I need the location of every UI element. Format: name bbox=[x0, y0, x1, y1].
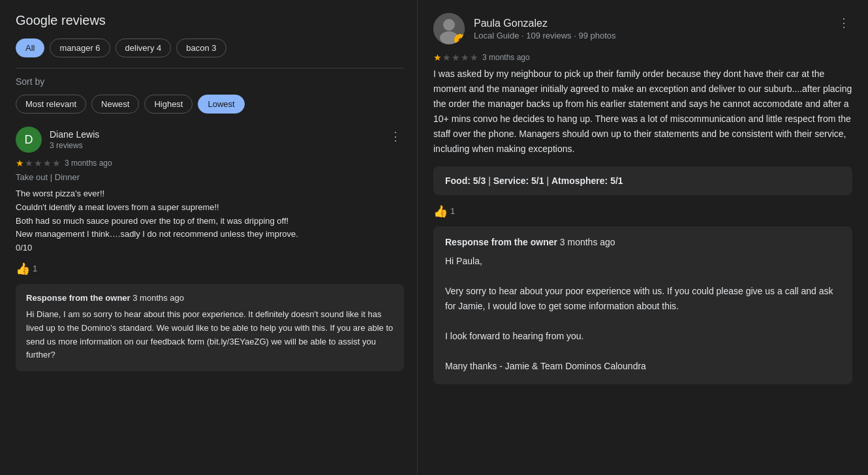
separator-1: | bbox=[488, 176, 493, 186]
right-review-text: I was asked by my neighbour to pick up t… bbox=[433, 67, 852, 157]
right-star-1: ★ bbox=[433, 52, 442, 63]
review-text: The worst pizza's ever!! Couldn't identi… bbox=[16, 187, 404, 255]
owner-response-time: 3 months ago bbox=[132, 293, 184, 303]
sort-most-relevant[interactable]: Most relevant bbox=[16, 95, 86, 114]
star-2: ★ bbox=[25, 158, 33, 168]
like-button[interactable]: 👍 1 bbox=[16, 262, 37, 276]
right-stars-row: ★ ★ ★ ★ ★ 3 months ago bbox=[433, 52, 852, 63]
sort-label: Sort by bbox=[16, 76, 404, 87]
owner-response-label: Response from the owner bbox=[26, 293, 131, 303]
sort-highest[interactable]: Highest bbox=[144, 95, 193, 114]
panel-title: Google reviews bbox=[16, 13, 404, 28]
star-1: ★ bbox=[16, 158, 24, 168]
right-reviewer-header: ✦ Paula Gonzalez Local Guide · 109 revie… bbox=[433, 13, 852, 44]
right-owner-response-header: Response from the owner 3 months ago bbox=[445, 237, 841, 247]
avatar: D bbox=[16, 127, 42, 153]
reviewer-header: D Diane Lewis 3 reviews ⋮ bbox=[16, 127, 404, 153]
star-5: ★ bbox=[52, 158, 61, 168]
more-options-icon[interactable]: ⋮ bbox=[387, 127, 404, 146]
meal-type: Take out | Dinner bbox=[16, 172, 404, 182]
time-ago: 3 months ago bbox=[65, 159, 112, 168]
star-4: ★ bbox=[43, 158, 52, 168]
sort-chips: Most relevant Newest Highest Lowest bbox=[16, 95, 404, 114]
right-reviewer-details: Paula Gonzalez Local Guide · 109 reviews… bbox=[474, 18, 616, 40]
like-row: 👍 1 bbox=[16, 262, 404, 276]
right-owner-response-label: Response from the owner bbox=[445, 237, 557, 247]
score-service: Service: 5/1 bbox=[493, 176, 544, 186]
right-owner-greeting: Hi Paula, bbox=[445, 254, 841, 269]
right-star-3: ★ bbox=[452, 52, 460, 63]
right-owner-closing: I look forward to hearing from you. bbox=[445, 329, 841, 344]
right-reviewer-info: ✦ Paula Gonzalez Local Guide · 109 revie… bbox=[433, 13, 616, 44]
right-star-5: ★ bbox=[470, 52, 478, 63]
stars: ★ ★ ★ ★ ★ bbox=[16, 158, 61, 168]
right-stars: ★ ★ ★ ★ ★ bbox=[433, 52, 478, 63]
review-card: D Diane Lewis 3 reviews ⋮ ★ ★ ★ ★ ★ 3 mo… bbox=[16, 127, 404, 371]
sort-lowest[interactable]: Lowest bbox=[198, 95, 244, 114]
right-star-4: ★ bbox=[461, 52, 469, 63]
sort-newest[interactable]: Newest bbox=[91, 95, 139, 114]
stars-row: ★ ★ ★ ★ ★ 3 months ago bbox=[16, 158, 404, 168]
filter-chip-manager[interactable]: manager 6 bbox=[50, 38, 110, 57]
right-owner-response: Response from the owner 3 months ago Hi … bbox=[433, 226, 852, 385]
right-scores-row: Food: 5/3 | Service: 5/1 | Atmosphere: 5… bbox=[433, 166, 852, 195]
right-owner-response-text: Hi Paula, Very sorry to hear about your … bbox=[445, 254, 841, 375]
filter-chips: All manager 6 delivery 4 bacon 3 bbox=[16, 38, 404, 57]
reviewer-name: Diane Lewis bbox=[50, 129, 99, 140]
score-food: Food: 5/3 bbox=[445, 176, 486, 186]
thumbs-up-icon: 👍 bbox=[16, 262, 30, 276]
right-thumbs-up-icon: 👍 bbox=[433, 204, 448, 219]
owner-response-header: Response from the owner 3 months ago bbox=[26, 293, 394, 303]
right-owner-body: Very sorry to hear about your poor exper… bbox=[445, 284, 841, 314]
reviewer-info: D Diane Lewis 3 reviews bbox=[16, 127, 99, 153]
right-time-ago: 3 months ago bbox=[482, 53, 530, 62]
filter-chip-all[interactable]: All bbox=[16, 38, 44, 57]
right-like-count: 1 bbox=[450, 206, 455, 216]
local-guide-badge: ✦ bbox=[454, 34, 465, 44]
right-like-button[interactable]: 👍 1 bbox=[433, 204, 455, 219]
right-like-row: 👍 1 bbox=[433, 204, 852, 219]
filter-chip-delivery[interactable]: delivery 4 bbox=[116, 38, 172, 57]
right-star-2: ★ bbox=[442, 52, 451, 63]
right-avatar: ✦ bbox=[433, 13, 465, 44]
right-panel: ✦ Paula Gonzalez Local Guide · 109 revie… bbox=[418, 0, 868, 475]
svg-point-1 bbox=[443, 19, 455, 31]
like-count: 1 bbox=[33, 264, 37, 273]
right-owner-signature: Many thanks - Jamie & Team Dominos Calou… bbox=[445, 359, 841, 374]
right-reviewer-name: Paula Gonzalez bbox=[474, 18, 616, 29]
left-panel: Google reviews All manager 6 delivery 4 … bbox=[0, 0, 418, 475]
separator-2: | bbox=[546, 176, 551, 186]
divider bbox=[16, 68, 404, 69]
right-reviewer-meta: Local Guide · 109 reviews · 99 photos bbox=[474, 31, 616, 40]
right-owner-response-time: 3 months ago bbox=[560, 237, 615, 247]
score-atmosphere: Atmosphere: 5/1 bbox=[551, 176, 623, 186]
owner-response-text: Hi Diane, I am so sorry to hear about th… bbox=[26, 308, 394, 362]
owner-response: Response from the owner 3 months ago Hi … bbox=[16, 284, 404, 371]
reviewer-meta: 3 reviews bbox=[50, 141, 99, 150]
star-3: ★ bbox=[34, 158, 42, 168]
right-more-options-icon[interactable]: ⋮ bbox=[835, 13, 852, 33]
reviewer-details: Diane Lewis 3 reviews bbox=[50, 129, 99, 150]
filter-chip-bacon[interactable]: bacon 3 bbox=[176, 38, 226, 57]
